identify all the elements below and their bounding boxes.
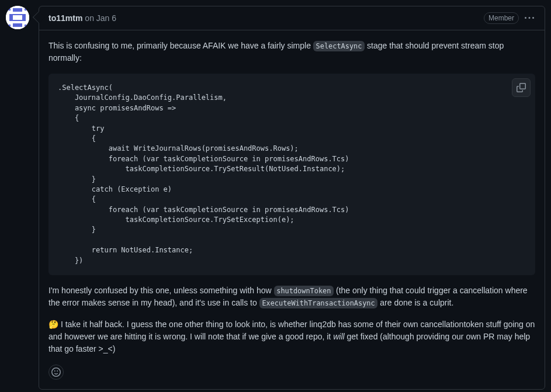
paragraph-2: I'm honestly confused by this one, unles… [48, 285, 535, 309]
svg-rect-6 [13, 23, 22, 27]
smiley-icon [51, 367, 61, 377]
text: This is confusing to me, primarily becau… [48, 41, 313, 50]
paragraph-1: This is confusing to me, primarily becau… [48, 40, 535, 64]
inline-code-executewithtransactionasync: ExecuteWithTransactionAsync [259, 298, 378, 309]
paragraph-3: 🤔 I take it half back. I guess the one o… [48, 318, 535, 355]
text: are done is a culprit. [377, 298, 453, 307]
member-badge: Member [484, 12, 519, 24]
copy-icon [517, 83, 526, 92]
author-link[interactable]: to11mtm [48, 12, 82, 25]
svg-rect-7 [6, 25, 11, 29]
add-reaction-button[interactable] [48, 365, 64, 380]
comment-body: This is confusing to me, primarily becau… [39, 30, 545, 389]
emphasis-will: will [333, 332, 344, 341]
svg-rect-8 [25, 25, 29, 29]
avatar[interactable] [6, 6, 29, 29]
comment-box: to11mtm on Jan 6 Member This is confusin… [39, 6, 545, 390]
thinking-emoji: 🤔 [48, 320, 58, 329]
inline-code-shutdowntoken: shutdownToken [274, 286, 334, 297]
text: I'm honestly confused by this one, unles… [48, 286, 274, 295]
svg-rect-3 [13, 8, 22, 12]
kebab-menu-icon[interactable] [524, 11, 535, 25]
copy-button[interactable] [512, 78, 531, 97]
svg-rect-2 [25, 6, 29, 11]
code-block-container: .SelectAsync( JournalConfig.DaoConfig.Pa… [48, 74, 535, 275]
svg-rect-5 [13, 15, 22, 20]
comment-container: to11mtm on Jan 6 Member This is confusin… [6, 6, 545, 390]
timestamp: on Jan 6 [85, 12, 116, 25]
svg-rect-1 [6, 6, 11, 11]
comment-header: to11mtm on Jan 6 Member [39, 6, 545, 30]
inline-code-selectasync: SelectAsync [313, 41, 365, 52]
code-block[interactable]: .SelectAsync( JournalConfig.DaoConfig.Pa… [48, 74, 535, 275]
